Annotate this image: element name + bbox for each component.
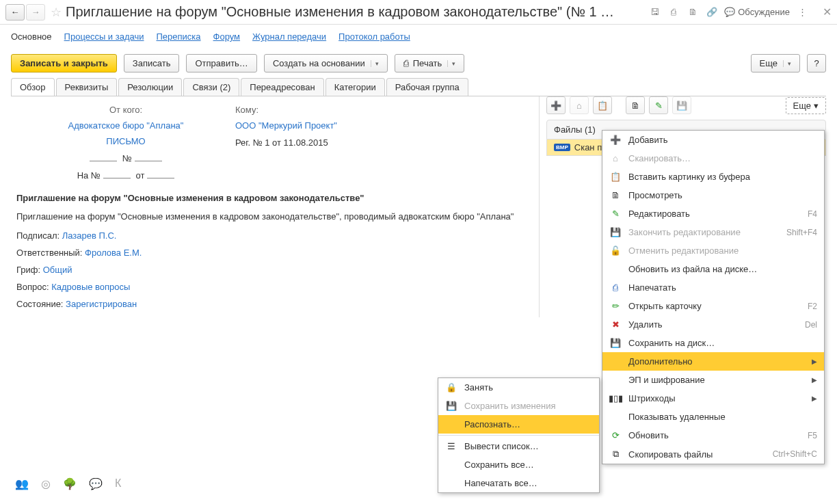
menu-main-item-0[interactable]: ➕Добавить xyxy=(602,131,824,149)
menu-sub-item-6[interactable]: Напечатать все… xyxy=(438,474,599,492)
files-toolbar: ➕ ⌂ 📋 🗎 ✎ 💾 Еще▾ xyxy=(546,96,826,114)
scan-button[interactable]: ⌂ xyxy=(570,96,589,114)
menu-main-label-7: Обновить из файла на диске… xyxy=(628,264,817,274)
tab-categories[interactable]: Категории xyxy=(326,78,385,96)
menu-sub-item-0[interactable]: 🔒Занять xyxy=(438,378,599,397)
grif-link[interactable]: Общий xyxy=(43,265,72,275)
copy-icon: ⧉ xyxy=(609,449,622,460)
overview-panel: От кого: Адвокатское бюро "Аплана" ПИСЬМ… xyxy=(11,96,539,317)
menu-main-item-2[interactable]: 📋Вставить картинку из буфера xyxy=(602,168,824,186)
responsible-link[interactable]: Фролова Е.М. xyxy=(85,248,142,258)
title-actions: 🖫 ⎙ 🗎 🔗 💬 Обсуждение ⋮ ✕ xyxy=(648,5,832,19)
section-tab-forum[interactable]: Форум xyxy=(213,31,241,42)
send-button[interactable]: Отправить… xyxy=(186,54,256,72)
menu-main-item-9[interactable]: ✏Открыть карточкуF2 xyxy=(602,297,824,315)
edit-file-button[interactable]: ✎ xyxy=(649,96,668,114)
view-button[interactable]: 🗎 xyxy=(626,96,645,114)
del-icon: ✖ xyxy=(609,319,622,330)
section-tab-processes[interactable]: Процессы и задачи xyxy=(64,31,144,42)
add-file-button[interactable]: ➕ xyxy=(546,96,566,114)
section-tab-journal[interactable]: Журнал передачи xyxy=(252,31,326,42)
action-bar: Записать и закрыть Записать Отправить… С… xyxy=(0,49,837,78)
menu-main-item-12[interactable]: Дополнительно▶ xyxy=(602,352,824,371)
chevron-right-icon: ▶ xyxy=(812,376,817,384)
menu-main-label-5: Закончить редактирование xyxy=(628,227,780,237)
menu-sub-item-5[interactable]: Сохранить все… xyxy=(438,455,599,474)
signed-line: Подписал: Лазарев П.С. xyxy=(16,230,533,241)
menu-main-item-16[interactable]: ⟳ОбновитьF5 xyxy=(602,426,824,445)
end-edit-button[interactable]: 💾 xyxy=(672,96,691,114)
menu-main-label-14: Штрихкоды xyxy=(628,393,805,403)
to-value-link[interactable]: ООО "Меркурий Проект" xyxy=(235,120,337,131)
menu-main-item-15[interactable]: Показывать удаленные xyxy=(602,408,824,426)
tab-links[interactable]: Связи (2) xyxy=(183,78,239,96)
pencil-icon: ✎ xyxy=(655,101,663,111)
page-title: Приглашение на форум "Основные изменения… xyxy=(66,4,648,20)
k-icon[interactable]: К xyxy=(115,477,121,490)
close-icon[interactable]: ✕ xyxy=(823,5,832,18)
menu-main-item-11[interactable]: 💾Сохранить на диск… xyxy=(602,334,824,352)
kebab-icon[interactable]: ⋮ xyxy=(795,5,809,19)
nav-forward-button[interactable]: → xyxy=(26,4,45,21)
tab-redirected[interactable]: Переадресован xyxy=(241,78,323,96)
section-tab-main[interactable]: Основное xyxy=(11,31,52,42)
menu-main-item-10[interactable]: ✖УдалитьDel xyxy=(602,315,824,334)
endedit-icon: 💾 xyxy=(609,227,622,237)
menu-main-item-5: 💾Закончить редактированиеShift+F4 xyxy=(602,223,824,241)
help-button[interactable]: ? xyxy=(807,54,826,72)
state-line: Состояние: Зарегистрирован xyxy=(16,299,533,309)
lock-icon: 🔒 xyxy=(445,382,457,393)
menu-sub-item-4[interactable]: ☰Вывести список… xyxy=(438,437,599,455)
print-button[interactable]: ⎙Печать▾ xyxy=(395,54,465,72)
menu-main-label-13: ЭП и шифрование xyxy=(628,375,805,385)
star-icon[interactable]: ☆ xyxy=(51,5,62,20)
tab-workgroup[interactable]: Рабочая группа xyxy=(386,78,468,96)
letter-link[interactable]: ПИСЬМО xyxy=(106,136,145,146)
menu-main-item-14[interactable]: ▮▯▮Штрихкоды▶ xyxy=(602,389,824,408)
save-close-button[interactable]: Записать и закрыть xyxy=(11,54,117,72)
menu-main-item-4[interactable]: ✎РедактироватьF4 xyxy=(602,204,824,223)
files-submenu-additional: 🔒Занять💾Сохранить измененияРаспознать…☰В… xyxy=(438,377,600,493)
users-icon[interactable]: 👥 xyxy=(15,477,29,490)
create-based-button[interactable]: Создать на основании▾ xyxy=(264,54,388,72)
tab-resolutions[interactable]: Резолюции xyxy=(118,78,182,96)
save-button[interactable]: Записать xyxy=(124,54,180,72)
from-label: От кого: xyxy=(16,105,235,115)
menu-sub-label-6: Напечатать все… xyxy=(464,478,592,488)
menu-main-item-17[interactable]: ⧉Скопировать файлыCtrl+Shift+C xyxy=(602,445,824,464)
signed-link[interactable]: Лазарев П.С. xyxy=(62,230,117,241)
save-icon[interactable]: 🖫 xyxy=(648,5,661,19)
question-line: Вопрос: Кадровые вопросы xyxy=(16,282,533,292)
question-link[interactable]: Кадровые вопросы xyxy=(51,282,130,292)
print-icon[interactable]: ⎙ xyxy=(667,5,680,19)
from-value-link[interactable]: Адвокатское бюро "Аплана" xyxy=(68,120,184,131)
doc-icon: 🗎 xyxy=(609,190,622,200)
menu-sub-item-2[interactable]: Распознать… xyxy=(438,415,599,434)
nav-back-button[interactable]: ← xyxy=(5,4,25,21)
discussion-label: Обсуждение xyxy=(738,7,790,17)
discussion-button[interactable]: 💬 Обсуждение xyxy=(724,7,790,17)
chat-bubble-icon[interactable]: 💬 xyxy=(89,477,103,490)
menu-sub-label-2: Распознать… xyxy=(464,419,592,429)
more-button[interactable]: Еще▾ xyxy=(751,54,800,72)
state-link[interactable]: Зарегистрирован xyxy=(66,299,137,309)
menu-main-item-13[interactable]: ЭП и шифрование▶ xyxy=(602,371,824,389)
circle-icon[interactable]: ◎ xyxy=(41,477,51,490)
tree-icon[interactable]: 🌳 xyxy=(63,477,77,490)
paste-button[interactable]: 📋 xyxy=(593,96,612,114)
link-icon[interactable]: 🔗 xyxy=(705,5,719,19)
tab-overview[interactable]: Обзор xyxy=(11,78,55,96)
save-icon: 💾 xyxy=(609,338,622,348)
grif-line: Гриф: Общий xyxy=(16,265,533,275)
note-icon[interactable]: 🗎 xyxy=(686,5,700,19)
menu-main-item-8[interactable]: ⎙Напечатать xyxy=(602,278,824,297)
menu-main-item-7[interactable]: Обновить из файла на диске… xyxy=(602,260,824,278)
arrow-right-icon: → xyxy=(31,7,40,17)
section-tab-correspondence[interactable]: Переписка xyxy=(157,31,201,42)
tab-details[interactable]: Реквизиты xyxy=(56,78,118,96)
section-tab-protocol[interactable]: Протокол работы xyxy=(338,31,410,42)
doc-title: Приглашение на форум "Основные изменения… xyxy=(16,193,533,203)
menu-main-label-1: Сканировать… xyxy=(628,153,817,163)
menu-main-item-3[interactable]: 🗎Просмотреть xyxy=(602,186,824,204)
files-more-button[interactable]: Еще▾ xyxy=(786,97,826,114)
